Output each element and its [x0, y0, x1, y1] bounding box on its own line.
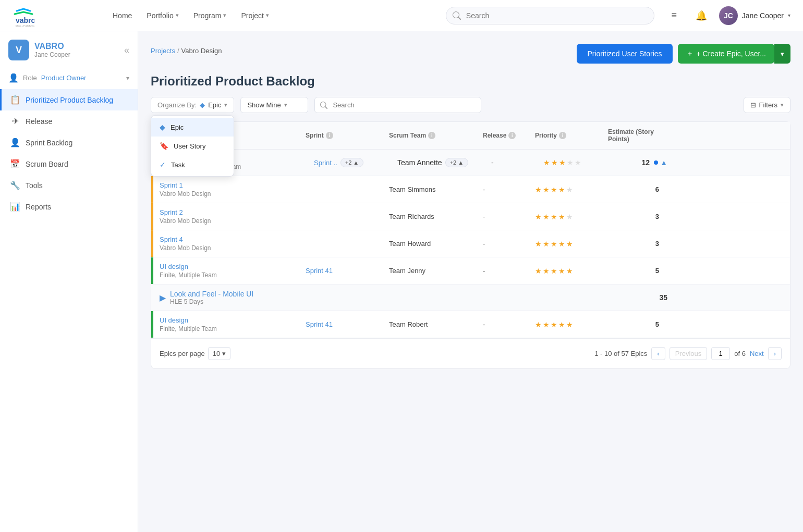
epic-group-look-feel: ▶ Look and Feel - Mobile UI HLE 5 Days 3… — [151, 284, 790, 338]
filter-button[interactable]: ⊟ Filters ▾ — [744, 97, 790, 113]
next-page-arrow[interactable]: › — [768, 347, 782, 360]
sprint-link[interactable]: Sprint 41 — [306, 320, 333, 328]
brand-user: Jane Cooper — [34, 51, 70, 58]
story-name[interactable]: UI design — [160, 263, 188, 270]
sidebar-collapse-button[interactable]: « — [124, 45, 129, 56]
sidebar-role-row[interactable]: 👤 Role Product Owner ▾ — [0, 69, 138, 87]
organize-option-user-story[interactable]: 🔖 User Story — [151, 137, 234, 155]
sidebar-item-label: Release — [26, 117, 52, 126]
star-5: ★ — [575, 158, 581, 167]
nav-portfolio[interactable]: Portfolio ▾ — [140, 8, 185, 23]
breadcrumb: Projects / Vabro Design — [151, 47, 222, 55]
scrum-team-info-icon[interactable]: i — [428, 132, 435, 139]
epic-sprint-summary: Sprint .. +2 ▲ — [306, 158, 389, 167]
story-name[interactable]: Sprint 1 — [160, 181, 183, 189]
create-button[interactable]: ＋ + Create Epic, User... — [678, 44, 774, 64]
story-sub: Vabro Mob Design — [160, 190, 211, 197]
estimate-dot — [654, 160, 658, 165]
story-user-story-cell: Sprint 1 Vabro Mob Design — [151, 176, 297, 203]
table-header: User Story i Sprint i Scrum Team i Relea… — [151, 122, 790, 150]
sprint-info-icon[interactable]: i — [326, 132, 333, 139]
prev-page-button[interactable]: Previous — [670, 347, 708, 360]
story-name[interactable]: UI design — [160, 316, 188, 324]
epic-name-cell: ▶ Look and Feel - Mobile UI HLE 5 Days — [160, 290, 306, 305]
nav-notification-icon[interactable]: 🔔 — [692, 6, 711, 25]
filter-chevron-icon: ▾ — [781, 102, 784, 108]
nav-home[interactable]: Home — [106, 8, 138, 23]
story-sub: Vabro Mob Design — [160, 217, 211, 225]
main-content: Projects / Vabro Design Prioritized User… — [138, 31, 803, 532]
sidebar-item-label: Prioritized Product Backlog — [26, 96, 113, 104]
tools-icon: 🔧 — [10, 180, 20, 190]
priority-info-icon[interactable]: i — [559, 132, 566, 139]
epic-expand-arrow[interactable]: ▲ — [660, 158, 667, 167]
epic-summary-cols-2: 35 — [306, 293, 782, 302]
nav-search-input[interactable] — [446, 7, 654, 24]
user-avatar-area[interactable]: JC Jane Cooper ▾ — [719, 6, 790, 25]
nav-project[interactable]: Project ▾ — [235, 8, 275, 23]
page-header: Projects / Vabro Design Prioritized User… — [151, 44, 790, 64]
th-release: Release i — [483, 128, 535, 143]
nav-menu-icon[interactable]: ≡ — [665, 6, 684, 25]
sidebar-item-sprint-backlog[interactable]: 👤 Sprint Backlog — [0, 132, 138, 153]
epic-summary-row-2: ▶ Look and Feel - Mobile UI HLE 5 Days 3… — [151, 284, 790, 311]
search-input[interactable] — [314, 97, 481, 113]
sidebar-item-tools[interactable]: 🔧 Tools — [0, 175, 138, 196]
story-priority-cell: ★ ★ ★ ★ ★ — [527, 257, 600, 284]
epic-group-vabro-mob: ▲ Vabro mob design Recurring, Multiple T… — [151, 150, 790, 284]
th-estimate: Estimate (Story Points) — [608, 128, 676, 143]
show-mine-dropdown[interactable]: Show Mine ▾ — [240, 97, 308, 113]
story-sprint-cell — [297, 176, 381, 203]
epic-summary-row: ▲ Vabro mob design Recurring, Multiple T… — [151, 150, 790, 176]
task-menu-icon: ✓ — [160, 160, 166, 169]
sprint-badge-arrow: ▲ — [353, 159, 359, 166]
sidebar-item-release[interactable]: ✈ Release — [0, 110, 138, 132]
create-dropdown-button[interactable]: ▾ — [774, 44, 790, 64]
breadcrumb-projects[interactable]: Projects — [151, 47, 175, 55]
page-range-info: 1 - 10 of 57 Epics — [594, 350, 647, 357]
filter-icon: ⊟ — [750, 101, 756, 109]
organize-option-task[interactable]: ✓ Task — [151, 155, 234, 174]
organize-by-dropdown[interactable]: Organize By: ◆ Epic ▾ — [151, 97, 234, 113]
sprint-link[interactable]: Sprint .. — [314, 159, 337, 167]
per-page-select[interactable]: 10 ▾ — [208, 347, 230, 360]
page-number-input[interactable] — [711, 347, 730, 360]
prev-page-arrow[interactable]: ‹ — [651, 347, 665, 360]
organize-option-epic[interactable]: ◆ Epic — [151, 118, 234, 137]
organize-chevron-icon: ▾ — [224, 102, 227, 108]
epic-name-2[interactable]: Look and Feel - Mobile UI — [170, 290, 253, 298]
prioritized-stories-button[interactable]: Prioritized User Stories — [577, 44, 672, 64]
next-page-button[interactable]: Next — [750, 350, 764, 357]
team-badge[interactable]: +2 ▲ — [445, 158, 468, 167]
story-user-story-cell: UI design Finite, Multiple Team — [151, 311, 297, 338]
story-estimate-cell: 3 — [600, 203, 667, 230]
story-sub: Vabro Mob Design — [160, 244, 211, 252]
avatar: JC — [719, 6, 738, 25]
backlog-table: User Story i Sprint i Scrum Team i Relea… — [151, 121, 790, 369]
epic-expand-icon-2[interactable]: ▶ — [160, 293, 166, 303]
story-team-cell: Team Robert — [381, 311, 475, 338]
story-release-cell: - — [475, 311, 527, 338]
user-dropdown-chevron: ▾ — [788, 13, 790, 18]
svg-text:vabro: vabro — [16, 16, 34, 24]
star-1: ★ — [543, 158, 550, 167]
page-of-label: of 6 — [734, 350, 746, 357]
sprint-link[interactable]: Sprint 41 — [306, 267, 333, 275]
team-badge-arrow: ▲ — [458, 159, 464, 166]
nav-search-area — [446, 7, 654, 24]
story-name[interactable]: Sprint 2 — [160, 208, 183, 216]
role-value: Product Owner — [41, 74, 87, 82]
release-info-icon[interactable]: i — [508, 132, 516, 139]
sidebar-item-reports[interactable]: 📊 Reports — [0, 196, 138, 217]
top-navigation: vabro Plan • Collaborate • Deliver Home … — [0, 0, 803, 31]
story-name[interactable]: Sprint 4 — [160, 236, 183, 243]
sidebar-item-scrum-board[interactable]: 📅 Scrum Board — [0, 153, 138, 175]
nav-links: Home Portfolio ▾ Program ▾ Project ▾ — [106, 8, 435, 23]
page-title-area: Prioritized Product Backlog — [151, 74, 790, 89]
sprint-badge[interactable]: +2 ▲ — [340, 158, 363, 167]
sidebar-item-label: Tools — [26, 181, 43, 190]
nav-program[interactable]: Program ▾ — [187, 8, 233, 23]
sprint-cell: Sprint .. +2 ▲ — [314, 158, 381, 167]
sidebar-item-product-backlog[interactable]: 📋 Prioritized Product Backlog — [0, 89, 138, 110]
brand-icon: V — [8, 40, 29, 60]
